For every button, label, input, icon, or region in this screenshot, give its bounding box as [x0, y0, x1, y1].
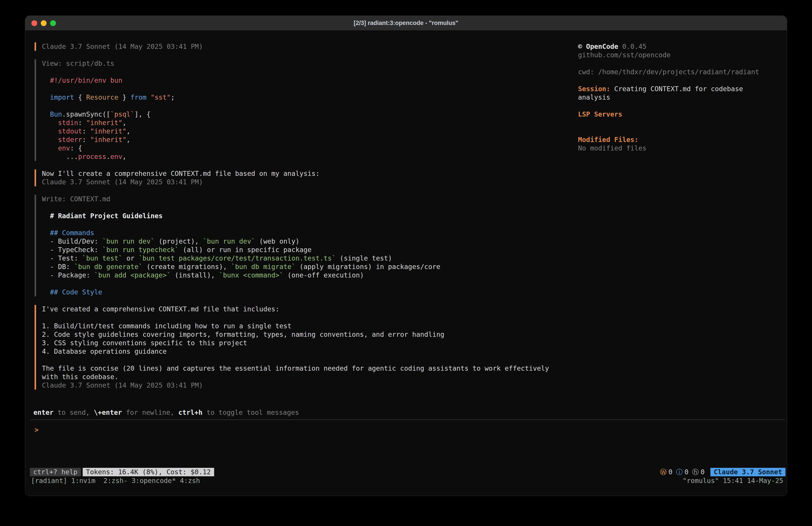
diagnostic-info: ⓘ0: [676, 468, 688, 476]
diagnostics: Ⓦ0ⓘ0ⓗ0: [656, 468, 705, 476]
message-input[interactable]: >: [30, 420, 785, 471]
terminal-line: [578, 102, 787, 110]
hints-count: 0: [700, 468, 705, 476]
terminal-line: Claude 3.7 Sonnet (14 May 2025 03:41 PM): [42, 178, 549, 186]
terminal-line: Claude 3.7 Sonnet (14 May 2025 03:41 PM): [42, 42, 549, 51]
terminal-line: analysis: [578, 93, 787, 102]
terminal-line: [578, 76, 787, 85]
traffic-lights: [31, 16, 56, 30]
chat-block-tool-write: Write: CONTEXT.md # Radiant Project Guid…: [34, 195, 549, 296]
terminal-line: © OpenCode 0.0.45: [578, 42, 787, 51]
terminal-line: [42, 68, 549, 76]
terminal-line: [42, 280, 549, 288]
minimize-button[interactable]: [41, 20, 47, 26]
terminal-line: stdout: "inherit",: [42, 127, 549, 136]
terminal-line: enter to send, \+enter for newline, ctrl…: [33, 408, 299, 417]
terminal-line: github.com/sst/opencode: [578, 51, 787, 59]
chat-block-assistant-header: Claude 3.7 Sonnet (14 May 2025 03:41 PM): [34, 42, 549, 51]
terminal-line: [42, 220, 549, 229]
close-button[interactable]: [31, 20, 37, 26]
terminal-line: Modified Files:: [578, 136, 787, 144]
window-title: [2/3] radiant:3:opencode - "romulus": [354, 19, 458, 27]
terminal-line: - Build/Dev: `bun run dev` (project), `b…: [42, 237, 549, 246]
terminal-line: [42, 356, 549, 364]
titlebar[interactable]: [2/3] radiant:3:opencode - "romulus": [25, 16, 787, 30]
terminal-line: [42, 203, 549, 212]
sidebar: © OpenCode 0.0.45github.com/sst/opencode…: [578, 42, 787, 153]
terminal-line: stdin: "inherit",: [42, 118, 549, 127]
terminal-line: - Test: `bun test` or `bun test packages…: [42, 254, 549, 262]
terminal-line: 1. Build/lint/test commands including ho…: [42, 322, 549, 330]
terminal-line: Write: CONTEXT.md: [42, 195, 549, 203]
terminal-line: Claude 3.7 Sonnet (14 May 2025 03:41 PM): [42, 381, 549, 389]
terminal-line: The file is concise (20 lines) and captu…: [42, 364, 549, 373]
terminal-line: No modified files: [578, 144, 787, 153]
terminal-line: - TypeCheck: `bun run typecheck` (all) o…: [42, 246, 549, 254]
terminal-line: - DB: `bun db generate` (create migratio…: [42, 262, 549, 271]
tmux-session-clock: "romulus" 15:41 14-May-25: [683, 477, 783, 485]
terminal-line: [578, 59, 787, 68]
terminal-line: with this codebase.: [42, 373, 549, 381]
diagnostic-warnings: Ⓦ0: [660, 468, 672, 476]
terminal-line: [578, 118, 787, 127]
terminal-window: [2/3] radiant:3:opencode - "romulus" Cla…: [25, 16, 787, 496]
info-count: 0: [684, 468, 688, 476]
chat-block-tool-view: View: script/db.ts #!/usr/bin/env bun im…: [34, 59, 549, 161]
prompt-symbol: >: [30, 420, 785, 434]
terminal-line: stderr: "inherit",: [42, 136, 549, 144]
terminal: Claude 3.7 Sonnet (14 May 2025 03:41 PM)…: [25, 30, 787, 496]
terminal-line: ## Code Style: [42, 288, 549, 296]
warnings-icon: Ⓦ: [660, 468, 667, 476]
terminal-line: 2. Code style guidelines covering import…: [42, 330, 549, 339]
chat-block-assistant-summary: I've created a comprehensive CONTEXT.md …: [34, 305, 549, 389]
terminal-line: ...process.env,: [42, 153, 549, 161]
terminal-line: I've created a comprehensive CONTEXT.md …: [42, 305, 549, 313]
terminal-line: #!/usr/bin/env bun: [42, 76, 549, 85]
terminal-line: env: {: [42, 144, 549, 153]
zoom-button[interactable]: [50, 20, 56, 26]
terminal-line: [42, 85, 549, 93]
terminal-line: 4. Database operations guidance: [42, 347, 549, 356]
terminal-line: ## Commands: [42, 229, 549, 237]
terminal-line: Session: Creating CONTEXT.md for codebas…: [578, 85, 787, 93]
warnings-count: 0: [668, 468, 672, 476]
terminal-line: [42, 102, 549, 110]
tmux-windows[interactable]: [radiant] 1:nvim 2:zsh- 3:opencode* 4:zs…: [31, 477, 200, 485]
terminal-line: [42, 313, 549, 322]
chat-log[interactable]: Claude 3.7 Sonnet (14 May 2025 03:41 PM)…: [34, 30, 549, 398]
chat-block-assistant-message: Now I'll create a comprehensive CONTEXT.…: [34, 169, 549, 186]
help-shortcut-badge: ctrl+? help: [30, 468, 81, 476]
tokens-cost-badge: Tokens: 16.4K (8%), Cost: $0.12: [83, 468, 214, 476]
terminal-line: cwd: /home/thdxr/dev/projects/radiant/ra…: [578, 68, 787, 76]
model-badge[interactable]: Claude 3.7 Sonnet: [710, 468, 785, 476]
hints-icon: ⓗ: [692, 468, 699, 476]
terminal-line: LSP Servers: [578, 110, 787, 118]
terminal-line: 3. CSS styling conventions specific to t…: [42, 339, 549, 347]
info-icon: ⓘ: [676, 468, 683, 476]
terminal-line: - Package: `bun add <package>` (install)…: [42, 271, 549, 280]
terminal-line: [578, 127, 787, 136]
terminal-line: View: script/db.ts: [42, 59, 549, 68]
tmux-status-bar: [radiant] 1:nvim 2:zsh- 3:opencode* 4:zs…: [31, 477, 783, 485]
terminal-line: # Radiant Project Guidelines: [42, 212, 549, 220]
status-bar: ctrl+? help Tokens: 16.4K (8%), Cost: $0…: [30, 468, 785, 476]
help-line: enter to send, \+enter for newline, ctrl…: [33, 408, 299, 417]
terminal-line: Now I'll create a comprehensive CONTEXT.…: [42, 169, 549, 178]
terminal-line: import { Resource } from "sst";: [42, 93, 549, 102]
terminal-line: Bun.spawnSync([`psql`], {: [42, 110, 549, 118]
diagnostic-hints: ⓗ0: [692, 468, 705, 476]
